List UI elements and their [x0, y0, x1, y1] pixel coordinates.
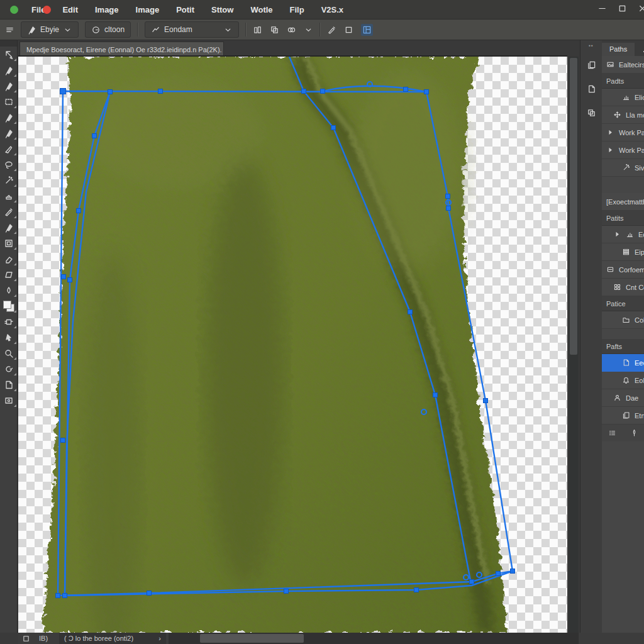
caret-right-icon[interactable] [613, 230, 621, 238]
path-anchor-point[interactable] [302, 89, 306, 94]
path-anchor-point[interactable] [446, 194, 450, 199]
move-tool-button[interactable] [0, 47, 18, 62]
smudge-tool-button[interactable] [0, 282, 18, 298]
zoom-level[interactable]: IB) [39, 635, 48, 642]
path-anchor-point[interactable] [331, 126, 336, 130]
panel-header-pafts[interactable]: Pafts [602, 339, 644, 354]
path-anchor-point[interactable] [414, 588, 419, 592]
page-tool-button[interactable] [0, 377, 18, 392]
caret-right-icon[interactable] [606, 128, 614, 136]
preset-dropdown[interactable]: Ebyie [21, 21, 79, 38]
path-anchor-point[interactable] [63, 594, 67, 598]
document-tab[interactable]: Mpedje Boesoract, Eirene (Eonnal) Oe r33… [19, 42, 224, 57]
panel-row-cntco[interactable]: Cnt Co [602, 279, 644, 296]
layers-panel-icon[interactable] [584, 105, 599, 120]
path-anchor-point[interactable] [61, 438, 65, 443]
canvas[interactable] [18, 57, 567, 633]
zoom-tool-button[interactable] [0, 345, 18, 361]
path-anchor-point[interactable] [511, 569, 515, 574]
frame-tool-button[interactable] [0, 235, 18, 251]
panel-row-eipn[interactable]: Eipn [602, 243, 644, 261]
path-anchor-point[interactable] [321, 89, 325, 94]
panel-row-work-path[interactable]: Work Path [602, 142, 644, 159]
horizontal-scrollbar[interactable] [169, 633, 579, 644]
screen-mode-button[interactable] [0, 392, 18, 408]
path-anchor-point[interactable] [447, 206, 451, 211]
menu-wotle[interactable]: Wotle [250, 5, 272, 14]
path-anchor-point[interactable] [496, 572, 501, 576]
rotate-view-tool-button[interactable] [0, 361, 18, 377]
path-anchor-point[interactable] [92, 134, 97, 138]
pages-panel-icon[interactable] [584, 57, 599, 72]
eyedropper-tool-button[interactable] [0, 204, 18, 219]
path-anchor-point[interactable] [62, 275, 66, 279]
minimize-icon[interactable] [596, 3, 608, 14]
pen-nib-icon[interactable] [630, 429, 638, 437]
path-anchor-point[interactable] [60, 89, 66, 94]
path-anchor-point[interactable] [470, 580, 474, 584]
lasso-tool-button[interactable] [0, 157, 18, 172]
marquee-tool-button[interactable] [0, 94, 18, 109]
menu-edit[interactable]: Edit [62, 5, 78, 14]
shape-tool-button[interactable] [0, 267, 18, 282]
panel-row-llamole[interactable]: Lla mole [602, 106, 644, 124]
menu-filp[interactable]: Filp [290, 5, 304, 14]
list-icon[interactable] [608, 429, 616, 437]
pen-option-icon[interactable] [327, 25, 336, 35]
brush-tool-button[interactable] [0, 141, 18, 157]
shape-option-icon[interactable] [344, 25, 353, 35]
path-anchor-point[interactable] [108, 90, 113, 94]
page-panel-icon[interactable] [584, 81, 599, 96]
chevron-down-icon[interactable] [304, 25, 313, 35]
stamp-tool-button[interactable] [0, 188, 18, 204]
path-select-tool-button[interactable] [0, 330, 18, 345]
panel-row-eolti[interactable]: Eolti [602, 372, 644, 389]
menu-sttow[interactable]: Sttow [211, 5, 233, 14]
panel-header-padts[interactable]: Padts [602, 74, 644, 89]
active-panel-icon[interactable] [361, 24, 373, 36]
path-align-icon[interactable] [287, 25, 296, 35]
tab-paths[interactable]: Paths [602, 43, 635, 56]
panel-row-eoit[interactable]: Eoit [602, 226, 644, 243]
caret-right-icon[interactable] [606, 146, 614, 154]
path-anchor-point[interactable] [158, 89, 163, 94]
pen-tool-1-button[interactable] [0, 62, 18, 78]
chevron-right-icon[interactable]: › [158, 635, 161, 642]
healing-tool-button[interactable] [0, 251, 18, 267]
path-anchor-point[interactable] [433, 393, 438, 397]
horizontal-scrollbar-thumb[interactable] [200, 634, 304, 643]
panel-row-work-patt[interactable]: Work Patt [602, 124, 644, 142]
mixer-brush-tool-button[interactable] [0, 172, 18, 188]
panel-row-corfoemt[interactable]: Corfoemt [602, 261, 644, 279]
panel-row-exoectmatth[interactable]: [Exoectmatth [602, 193, 644, 211]
pen-tool-3-button[interactable] [0, 219, 18, 235]
panel-row-dae[interactable]: Dae [602, 389, 644, 407]
path-anchor-point[interactable] [404, 87, 408, 92]
vertical-scrollbar[interactable] [569, 57, 579, 633]
freeform-pen-tool-button[interactable] [0, 125, 18, 141]
panel-row-elic[interactable]: Elic [602, 89, 644, 106]
status-frame-icon[interactable] [22, 635, 30, 643]
path-anchor-point[interactable] [77, 209, 81, 213]
path-anchor-point[interactable] [147, 591, 152, 596]
panel-row-eeon-selected[interactable]: Eeon [602, 354, 644, 372]
maximize-icon[interactable] [616, 3, 628, 14]
panel-row-sivtli[interactable]: Sivtli [602, 159, 644, 177]
curvature-pen-tool-button[interactable] [0, 109, 18, 125]
close-icon[interactable] [636, 3, 644, 14]
document-info[interactable]: ( Ɔ lo the boree (onti2) › [59, 633, 166, 644]
menu-image-2[interactable]: Image [136, 5, 160, 14]
window-button-green[interactable] [10, 6, 18, 14]
path-operations-icon[interactable] [270, 25, 279, 35]
path-anchor-point[interactable] [284, 589, 289, 594]
path-anchor-point[interactable] [56, 594, 60, 598]
artboard-tool-button[interactable] [0, 314, 18, 330]
panel-row-ealtecirs[interactable]: Ealtecirs [602, 56, 644, 74]
mode-dropdown[interactable]: Eondam [145, 21, 239, 38]
menu-version[interactable]: V2S.x [321, 5, 343, 14]
window-button-red[interactable] [43, 6, 51, 14]
panel-row-colu[interactable]: Colu [602, 311, 644, 329]
color-swatches[interactable] [3, 301, 14, 312]
make-selection-icon[interactable] [253, 25, 262, 35]
cltoon-button[interactable]: cltoon [85, 21, 131, 38]
